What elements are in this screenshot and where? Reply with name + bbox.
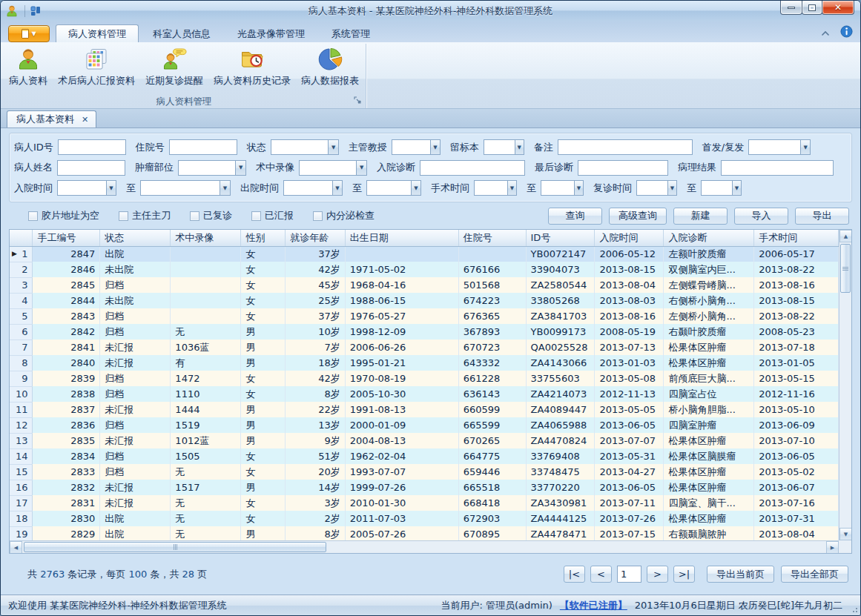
column-header-status[interactable]: 状态 [100, 230, 171, 246]
chevron-down-icon[interactable]: ▼ [430, 140, 440, 154]
column-header-birth-date[interactable]: 出生日期 [345, 230, 458, 246]
table-row[interactable]: 132835未汇报1012蓝男9岁2004-08-13670265ZA44708… [10, 433, 839, 448]
table-row[interactable]: 112837未汇报1444男22岁1991-08-13660599ZA40894… [10, 402, 839, 417]
chevron-up-icon[interactable] [821, 27, 830, 39]
query-button[interactable]: 查询 [548, 208, 602, 225]
surgery-date-from-value[interactable] [475, 181, 507, 195]
table-row[interactable]: 162832未汇报1517男14岁1999-07-266655183377022… [10, 480, 839, 495]
chevron-down-icon[interactable]: ▼ [332, 181, 342, 195]
admission-date-to-combobox[interactable]: ▼ [140, 180, 231, 196]
first-or-relapse-combobox[interactable]: ▼ [748, 139, 811, 155]
discharge-date-to-value[interactable] [367, 181, 411, 195]
table-row[interactable]: 22846未出院女42岁1971-05-02676166339040732013… [10, 262, 839, 277]
chevron-down-icon[interactable]: ▼ [574, 181, 583, 195]
ribbon-tab-3[interactable]: 系统管理 [319, 24, 383, 42]
ribbon-button-postop-report-data[interactable]: 术后病人汇报资料 [53, 44, 140, 95]
final-diagnosis-value[interactable] [578, 161, 667, 175]
table-row[interactable]: 142834归档1505女51岁1962-02-0466477533769408… [10, 448, 839, 464]
revisit-date-from-combobox[interactable]: ▼ [636, 180, 677, 196]
table-row[interactable]: 62842归档无男10岁1998-12-09367893YB0099173200… [10, 324, 839, 340]
table-row[interactable]: 122836归档1519男13岁2000-01-09665599ZA406598… [10, 417, 839, 433]
discharge-date-from-value[interactable] [284, 181, 332, 195]
column-header-surgery-date[interactable]: 手术时间 [754, 230, 839, 246]
chevron-down-icon[interactable]: ▼ [507, 181, 516, 195]
column-header-admission-diagnosis[interactable]: 入院诊断 [664, 230, 754, 246]
table-row[interactable]: ▶12847出院女37岁YB00721472006-05-12左额叶胶质瘤200… [10, 246, 839, 262]
pathology-result-value[interactable] [722, 161, 833, 175]
scroll-right-icon[interactable]: ▶ [826, 541, 839, 554]
table-row[interactable]: 82840未汇报有男18岁1995-01-21643332ZA414306620… [10, 355, 839, 371]
column-header-admission-date[interactable]: 入院时间 [595, 230, 664, 246]
chevron-down-icon[interactable]: ▼ [515, 140, 524, 154]
surgery-date-to-combobox[interactable]: ▼ [541, 180, 584, 196]
ribbon-button-patient-report-charts[interactable]: 病人数据报表 [296, 44, 364, 95]
maximize-button[interactable] [802, 1, 822, 15]
admission-diagnosis-input[interactable] [420, 160, 525, 176]
vertical-scrollbar[interactable]: ▲ ▼ [839, 230, 851, 540]
tab-patient-basic-info[interactable]: 病人基本资料 ✕ [7, 110, 96, 127]
table-row[interactable]: 192829出院无男8岁2005-07-26670895ZA4478471201… [10, 526, 839, 542]
chevron-down-icon[interactable]: ▼ [667, 181, 676, 195]
chevron-down-icon[interactable]: ▼ [220, 181, 230, 195]
ribbon-tab-1[interactable]: 科室人员信息 [140, 24, 223, 42]
status-value[interactable] [271, 140, 328, 154]
new-button[interactable]: 新建 [673, 208, 728, 225]
surgery-video-value[interactable] [300, 161, 356, 175]
scroll-up-icon[interactable]: ▲ [839, 230, 852, 242]
ribbon-tab-0[interactable]: 病人资料管理 [56, 24, 139, 42]
reported-checkbox[interactable]: 已汇报 [251, 209, 294, 222]
column-header-row-number[interactable] [10, 230, 33, 246]
advanced-query-button[interactable]: 高级查询 [609, 208, 667, 225]
vertical-scroll-track[interactable] [839, 242, 851, 528]
tab-close-icon[interactable]: ✕ [82, 115, 88, 125]
surgery-date-from-combobox[interactable]: ▼ [474, 180, 517, 196]
remark-value[interactable] [558, 140, 692, 154]
table-row[interactable]: 52843归档女37岁1976-05-27676365ZA38417032013… [10, 308, 839, 324]
minimize-button[interactable] [780, 1, 802, 15]
revisit-date-from-value[interactable] [637, 181, 667, 195]
revisit-date-to-combobox[interactable]: ▼ [701, 180, 742, 196]
film-address-empty-checkbox[interactable]: 胶片地址为空 [28, 209, 99, 222]
revisited-checkbox[interactable]: 已复诊 [190, 209, 232, 222]
admission-number-input[interactable] [169, 139, 237, 155]
page-number-input[interactable] [617, 566, 641, 583]
software-registered-link[interactable]: 【软件已注册】 [560, 599, 627, 612]
chevron-down-icon[interactable]: ▼ [356, 161, 366, 175]
first-or-relapse-value[interactable] [749, 140, 800, 154]
scroll-down-icon[interactable]: ▼ [839, 528, 852, 540]
tumor-site-value[interactable] [179, 161, 235, 175]
director-surgeon-checkbox[interactable]: 主任主刀 [119, 209, 171, 222]
pathology-result-input[interactable] [721, 160, 834, 176]
chief-professor-value[interactable] [392, 140, 430, 154]
resize-grip[interactable] [851, 606, 858, 613]
export-button[interactable]: 导出 [795, 208, 849, 225]
table-row[interactable]: 42844未出院女25岁1988-06-15674223338052682013… [10, 293, 839, 308]
column-header-admission-number[interactable]: 住院号 [458, 230, 526, 246]
column-header-age-at-visit[interactable]: 就诊年龄 [286, 230, 346, 246]
layout-icon[interactable] [30, 5, 42, 17]
scroll-left-icon[interactable]: ◀ [10, 541, 22, 554]
tumor-site-combobox[interactable]: ▼ [178, 160, 246, 176]
first-page-button[interactable]: |< [564, 566, 585, 583]
export-all-pages-button[interactable]: 导出全部页 [781, 566, 848, 583]
table-row[interactable]: 72841未汇报1036蓝男7岁2006-06-26670723QA002552… [10, 340, 839, 355]
table-row[interactable]: 92839归档1472女42岁1970-08-19661228337556032… [10, 371, 839, 386]
specimen-kept-value[interactable] [484, 140, 515, 154]
endocrine-exam-checkbox[interactable]: 内分泌检查 [313, 209, 375, 222]
patient-name-value[interactable] [58, 161, 125, 175]
column-header-surgery-video[interactable]: 术中录像 [171, 230, 241, 246]
remark-input[interactable] [558, 139, 693, 155]
chevron-down-icon[interactable]: ▼ [800, 140, 810, 154]
table-row[interactable]: 172831未汇报无女3岁2010-01-30668418ZA343098120… [10, 495, 839, 511]
patient-id-input[interactable] [58, 139, 126, 155]
table-row[interactable]: 102838归档1110女8岁2005-10-30636143ZA4214073… [10, 386, 839, 402]
horizontal-scrollbar[interactable]: ◀ ▶ [10, 540, 839, 553]
chevron-down-icon[interactable]: ▼ [106, 181, 116, 195]
dialog-launcher-icon[interactable] [354, 95, 361, 106]
admission-diagnosis-value[interactable] [420, 161, 524, 175]
patient-name-input[interactable] [57, 160, 125, 176]
discharge-date-to-combobox[interactable]: ▼ [366, 180, 421, 196]
table-row[interactable]: 32845归档女45岁1968-04-16501568ZA25805442013… [10, 277, 839, 293]
column-header-gender[interactable]: 性别 [241, 230, 286, 246]
chevron-down-icon[interactable]: ▼ [235, 161, 245, 175]
